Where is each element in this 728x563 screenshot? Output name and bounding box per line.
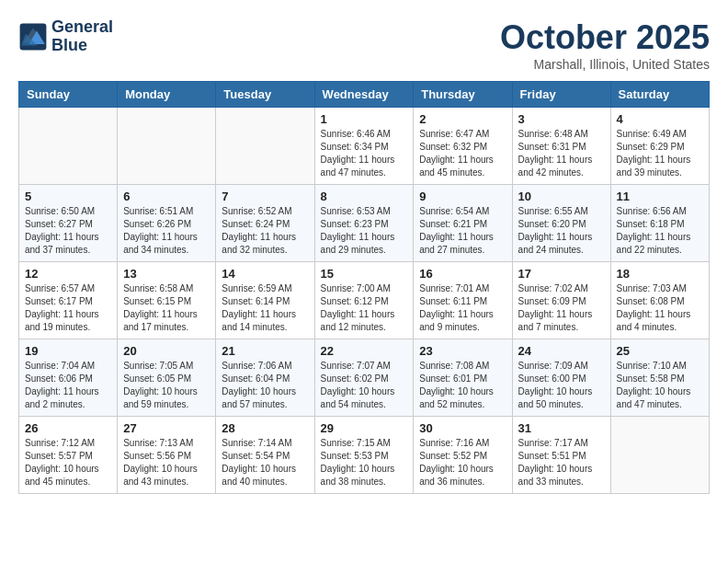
day-info: Sunrise: 7:02 AM Sunset: 6:09 PM Dayligh… (518, 282, 605, 334)
calendar-cell: 30Sunrise: 7:16 AM Sunset: 5:52 PM Dayli… (414, 417, 512, 494)
day-info: Sunrise: 6:57 AM Sunset: 6:17 PM Dayligh… (25, 282, 111, 334)
calendar-cell: 25Sunrise: 7:10 AM Sunset: 5:58 PM Dayli… (610, 339, 709, 417)
calendar-week-row: 12Sunrise: 6:57 AM Sunset: 6:17 PM Dayli… (19, 262, 710, 339)
day-number: 15 (321, 267, 408, 281)
calendar-cell: 31Sunrise: 7:17 AM Sunset: 5:51 PM Dayli… (512, 417, 610, 494)
calendar-cell: 29Sunrise: 7:15 AM Sunset: 5:53 PM Dayli… (314, 417, 414, 494)
weekday-header-row: SundayMondayTuesdayWednesdayThursdayFrid… (19, 82, 710, 108)
calendar-cell: 10Sunrise: 6:55 AM Sunset: 6:20 PM Dayli… (512, 185, 610, 262)
location: Marshall, Illinois, United States (500, 57, 710, 72)
calendar-week-row: 26Sunrise: 7:12 AM Sunset: 5:57 PM Dayli… (19, 417, 710, 494)
day-number: 18 (617, 267, 703, 281)
day-info: Sunrise: 6:47 AM Sunset: 6:32 PM Dayligh… (419, 128, 506, 179)
calendar-cell: 13Sunrise: 6:58 AM Sunset: 6:15 PM Dayli… (118, 262, 216, 339)
calendar-cell: 26Sunrise: 7:12 AM Sunset: 5:57 PM Dayli… (19, 417, 118, 494)
day-number: 2 (419, 112, 506, 126)
day-number: 11 (617, 190, 703, 203)
calendar-cell (118, 108, 216, 185)
day-number: 7 (222, 190, 308, 203)
day-info: Sunrise: 7:10 AM Sunset: 5:58 PM Dayligh… (617, 360, 703, 411)
calendar-cell: 20Sunrise: 7:05 AM Sunset: 6:05 PM Dayli… (118, 339, 216, 417)
day-number: 9 (419, 190, 506, 203)
weekday-header-wednesday: Wednesday (314, 82, 414, 108)
weekday-header-friday: Friday (512, 82, 610, 108)
day-info: Sunrise: 6:56 AM Sunset: 6:18 PM Dayligh… (617, 205, 703, 257)
day-info: Sunrise: 6:55 AM Sunset: 6:20 PM Dayligh… (518, 205, 605, 257)
day-info: Sunrise: 7:03 AM Sunset: 6:08 PM Dayligh… (617, 282, 703, 334)
day-info: Sunrise: 7:05 AM Sunset: 6:05 PM Dayligh… (123, 360, 210, 411)
day-info: Sunrise: 6:49 AM Sunset: 6:29 PM Dayligh… (617, 128, 703, 179)
calendar-cell: 17Sunrise: 7:02 AM Sunset: 6:09 PM Dayli… (512, 262, 610, 339)
calendar-cell: 4Sunrise: 6:49 AM Sunset: 6:29 PM Daylig… (610, 108, 709, 185)
day-info: Sunrise: 6:51 AM Sunset: 6:26 PM Dayligh… (123, 205, 210, 257)
day-number: 14 (222, 267, 308, 281)
calendar-cell: 23Sunrise: 7:08 AM Sunset: 6:01 PM Dayli… (414, 339, 512, 417)
calendar-week-row: 5Sunrise: 6:50 AM Sunset: 6:27 PM Daylig… (19, 185, 710, 262)
day-number: 30 (419, 421, 506, 435)
day-info: Sunrise: 7:01 AM Sunset: 6:11 PM Dayligh… (419, 282, 506, 334)
weekday-header-tuesday: Tuesday (216, 82, 314, 108)
day-info: Sunrise: 7:15 AM Sunset: 5:53 PM Dayligh… (321, 437, 408, 488)
calendar-cell: 7Sunrise: 6:52 AM Sunset: 6:24 PM Daylig… (216, 185, 314, 262)
day-info: Sunrise: 7:12 AM Sunset: 5:57 PM Dayligh… (25, 437, 111, 488)
calendar-cell: 6Sunrise: 6:51 AM Sunset: 6:26 PM Daylig… (118, 185, 216, 262)
calendar-cell: 27Sunrise: 7:13 AM Sunset: 5:56 PM Dayli… (118, 417, 216, 494)
day-number: 23 (419, 344, 506, 358)
day-number: 22 (321, 344, 408, 358)
day-info: Sunrise: 7:09 AM Sunset: 6:00 PM Dayligh… (518, 360, 605, 411)
calendar-cell: 8Sunrise: 6:53 AM Sunset: 6:23 PM Daylig… (314, 185, 414, 262)
calendar-cell: 11Sunrise: 6:56 AM Sunset: 6:18 PM Dayli… (610, 185, 709, 262)
calendar-cell (610, 417, 709, 494)
calendar-week-row: 1Sunrise: 6:46 AM Sunset: 6:34 PM Daylig… (19, 108, 710, 185)
day-info: Sunrise: 7:13 AM Sunset: 5:56 PM Dayligh… (123, 437, 210, 488)
weekday-header-sunday: Sunday (19, 82, 118, 108)
calendar-cell: 18Sunrise: 7:03 AM Sunset: 6:08 PM Dayli… (610, 262, 709, 339)
calendar-cell: 1Sunrise: 6:46 AM Sunset: 6:34 PM Daylig… (314, 108, 414, 185)
calendar-cell: 21Sunrise: 7:06 AM Sunset: 6:04 PM Dayli… (216, 339, 314, 417)
logo-icon (18, 22, 48, 52)
day-number: 4 (617, 112, 703, 126)
logo-text: General Blue (51, 18, 113, 55)
day-number: 20 (123, 344, 210, 358)
weekday-header-saturday: Saturday (610, 82, 709, 108)
day-info: Sunrise: 6:54 AM Sunset: 6:21 PM Dayligh… (419, 205, 506, 257)
day-number: 26 (25, 421, 111, 435)
day-number: 16 (419, 267, 506, 281)
weekday-header-monday: Monday (118, 82, 216, 108)
calendar-cell: 24Sunrise: 7:09 AM Sunset: 6:00 PM Dayli… (512, 339, 610, 417)
day-number: 28 (222, 421, 308, 435)
weekday-header-thursday: Thursday (414, 82, 512, 108)
day-number: 31 (518, 421, 605, 435)
day-number: 12 (25, 267, 111, 281)
calendar-table: SundayMondayTuesdayWednesdayThursdayFrid… (18, 81, 710, 494)
calendar-cell: 16Sunrise: 7:01 AM Sunset: 6:11 PM Dayli… (414, 262, 512, 339)
day-number: 25 (617, 344, 703, 358)
day-number: 10 (518, 190, 605, 203)
day-info: Sunrise: 6:58 AM Sunset: 6:15 PM Dayligh… (123, 282, 210, 334)
day-info: Sunrise: 7:16 AM Sunset: 5:52 PM Dayligh… (419, 437, 506, 488)
day-info: Sunrise: 6:52 AM Sunset: 6:24 PM Dayligh… (222, 205, 308, 257)
calendar-cell: 2Sunrise: 6:47 AM Sunset: 6:32 PM Daylig… (414, 108, 512, 185)
calendar-cell: 5Sunrise: 6:50 AM Sunset: 6:27 PM Daylig… (19, 185, 118, 262)
day-number: 24 (518, 344, 605, 358)
month-title: October 2025 (500, 18, 710, 57)
day-number: 1 (321, 112, 408, 126)
day-number: 27 (123, 421, 210, 435)
title-block: October 2025 Marshall, Illinois, United … (500, 18, 710, 72)
day-number: 21 (222, 344, 308, 358)
day-info: Sunrise: 7:06 AM Sunset: 6:04 PM Dayligh… (222, 360, 308, 411)
calendar-cell: 15Sunrise: 7:00 AM Sunset: 6:12 PM Dayli… (314, 262, 414, 339)
calendar-cell (216, 108, 314, 185)
day-info: Sunrise: 7:04 AM Sunset: 6:06 PM Dayligh… (25, 360, 111, 411)
day-number: 19 (25, 344, 111, 358)
calendar-cell: 14Sunrise: 6:59 AM Sunset: 6:14 PM Dayli… (216, 262, 314, 339)
page-header: General Blue October 2025 Marshall, Illi… (18, 18, 710, 72)
calendar-cell (19, 108, 118, 185)
day-number: 29 (321, 421, 408, 435)
day-number: 6 (123, 190, 210, 203)
day-info: Sunrise: 6:53 AM Sunset: 6:23 PM Dayligh… (321, 205, 408, 257)
day-number: 8 (321, 190, 408, 203)
day-number: 13 (123, 267, 210, 281)
day-info: Sunrise: 6:48 AM Sunset: 6:31 PM Dayligh… (518, 128, 605, 179)
calendar-cell: 3Sunrise: 6:48 AM Sunset: 6:31 PM Daylig… (512, 108, 610, 185)
